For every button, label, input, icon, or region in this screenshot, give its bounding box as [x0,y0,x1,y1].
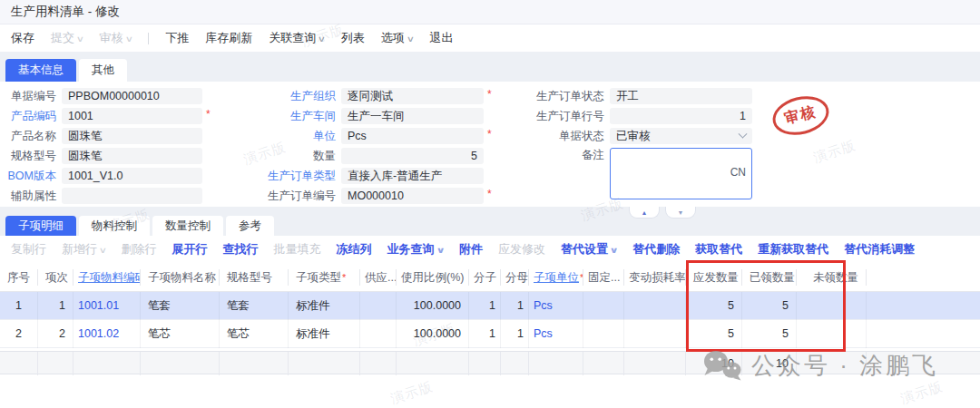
inventory-refresh-button[interactable]: 库存刷新 [205,30,252,46]
batch-fill-button[interactable]: 批量填充 [274,241,321,257]
attachment-button[interactable]: 附件 [459,241,483,257]
submit-button[interactable]: 提交∨ [51,30,83,46]
header-denominator: 分母 [501,269,529,286]
cell-spec: 笔套 [220,292,289,320]
production-org-label[interactable]: 生产组织 [259,89,336,104]
chevron-down-icon [739,129,748,138]
header-unpicked-qty: 未领数量 [797,269,867,286]
copy-row-button[interactable]: 复制行 [11,241,46,257]
list-button[interactable]: 列表 [341,30,365,46]
find-row-button[interactable]: 查找行 [223,241,259,257]
cell-unpicked-qty [797,292,867,320]
table-summary-row: 10 10 [0,351,980,374]
unit-field[interactable]: Pcs [341,128,484,144]
summary-cell [289,352,360,375]
main-toolbar: 保存 提交∨ 审核∨ 下推 库存刷新 关联查询∨ 列表 选项∨ 退出 [0,24,980,52]
arrow-up-icon: ▲ [642,209,648,216]
tab-other[interactable]: 其他 [79,59,127,82]
header-seq: 序号 [0,269,38,286]
page-title: 生产用料清单 - 修改 [11,4,120,20]
cell-filler [867,320,980,348]
production-workshop-label[interactable]: 生产车间 [259,109,336,124]
cell-material-code[interactable]: 1001.02 [74,320,141,348]
cell-material-name: 笔套 [141,292,220,320]
form-column-1: 单据编号PPBOM00000010 产品编码1001 产品名称圆珠笔 规格型号圆… [0,88,218,208]
aux-attribute-field[interactable] [62,188,202,204]
get-substitute-button[interactable]: 获取替代 [695,241,742,257]
tab-basic-info[interactable]: 基本信息 [5,59,76,82]
chevron-down-icon: ∨ [406,34,414,44]
product-code-label[interactable]: 产品编码 [0,109,56,124]
window-title-bar: 生产用料清单 - 修改 [0,0,980,24]
header-sub-material-code[interactable]: 子项物料编码 [74,269,141,286]
issue-modify-button[interactable]: 应发修改 [498,241,545,257]
production-order-type-field[interactable]: 直接入库-普通生产 [341,168,484,184]
add-row-button[interactable]: 新增行∨ [62,241,106,257]
cell-material-code[interactable]: 1001.01 [74,292,141,320]
business-query-button[interactable]: 业务查询∨ [387,241,444,257]
production-workshop-field[interactable]: 生产一车间 [341,108,484,124]
header-supply: 供应... [360,269,397,286]
cell-spec: 笔芯 [220,320,289,348]
re-get-substitute-button[interactable]: 重新获取替代 [758,241,828,257]
summary-cell [583,352,624,375]
cell-type: 标准件 [289,320,360,348]
production-org-field[interactable]: 逐同测试 [341,88,484,104]
cell-material-name: 笔芯 [141,320,220,348]
summary-cell [74,352,141,375]
cell-unit[interactable]: Pcs [529,292,583,320]
table-row[interactable]: 2 2 1001.02 笔芯 笔芯 标准件 100.0000 1 1 Pcs 5… [0,320,980,348]
toolbar-divider [148,33,149,44]
document-no-field[interactable]: PPBOM00000010 [62,88,202,104]
cell-seq: 1 [0,292,38,320]
save-button[interactable]: 保存 [11,30,34,46]
substitute-delete-button[interactable]: 替代删除 [632,241,680,257]
substitute-consumption-adjust-button[interactable]: 替代消耗调整 [844,241,915,257]
summary-picked-qty-total: 10 [742,352,797,375]
audit-button[interactable]: 审核∨ [100,30,132,46]
exit-button[interactable]: 退出 [429,30,453,46]
cell-picked-qty: 5 [742,320,797,348]
header-picked-qty: 已领数量 [742,269,797,286]
production-order-no-field[interactable]: MO000010 [341,188,484,204]
bom-version-label[interactable]: BOM版本 [0,169,56,184]
expand-header-button[interactable]: ▼ [665,207,696,219]
link-query-button[interactable]: 关联查询∨ [269,30,325,46]
cell-unit[interactable]: Pcs [529,320,583,348]
expand-row-button[interactable]: 展开行 [172,241,208,257]
collapse-header-button[interactable]: ▲ [629,207,660,219]
tab-quantity-control[interactable]: 数量控制 [152,216,223,236]
cell-unpicked-qty [797,320,867,348]
header-tab-strip: 基本信息 其他 [0,52,980,82]
production-order-line-no-field[interactable]: 1 [610,108,752,124]
header-sub-unit[interactable]: 子项单位 [529,269,583,286]
substitute-setting-button[interactable]: 替代设置∨ [561,241,617,257]
options-button[interactable]: 选项∨ [381,30,414,46]
cell-type: 标准件 [289,292,360,320]
unit-label[interactable]: 单位 [259,129,336,144]
tab-sub-item-detail[interactable]: 子项明细 [5,216,76,236]
document-status-select[interactable]: 已审核 [610,128,752,144]
cell-fixed-loss [583,292,624,320]
push-down-button[interactable]: 下推 [165,30,189,46]
header-variable-loss-rate: 变动损耗率... [624,269,686,286]
tab-reference[interactable]: 参考 [226,216,274,236]
form-column-3: 生产订单状态开工 生产订单行号1 单据状态已审核 备注CN [508,88,780,168]
table-row[interactable]: 1 1 1001.01 笔套 笔套 标准件 100.0000 1 1 Pcs 5… [0,292,980,320]
spec-model-field[interactable]: 圆珠笔 [62,148,202,164]
production-order-no-label: 生产订单编号 [259,189,336,204]
freeze-column-button[interactable]: 冻结列 [337,241,372,257]
summary-cell [529,352,583,375]
arrow-down-icon: ▼ [678,209,684,216]
tab-material-control[interactable]: 物料控制 [79,216,150,236]
chevron-down-icon: ∨ [609,246,618,255]
cell-supply [360,292,397,320]
quantity-field[interactable]: 5 [341,148,484,164]
production-order-type-label[interactable]: 生产订单类型 [259,169,336,184]
product-code-field[interactable]: 1001 [62,108,202,124]
product-name-field[interactable]: 圆珠笔 [62,128,202,144]
production-order-status-field[interactable]: 开工 [610,88,752,104]
bom-version-field[interactable]: 1001_V1.0 [62,168,202,184]
remark-textarea[interactable]: CN [610,148,752,199]
delete-row-button[interactable]: 删除行 [122,241,157,257]
